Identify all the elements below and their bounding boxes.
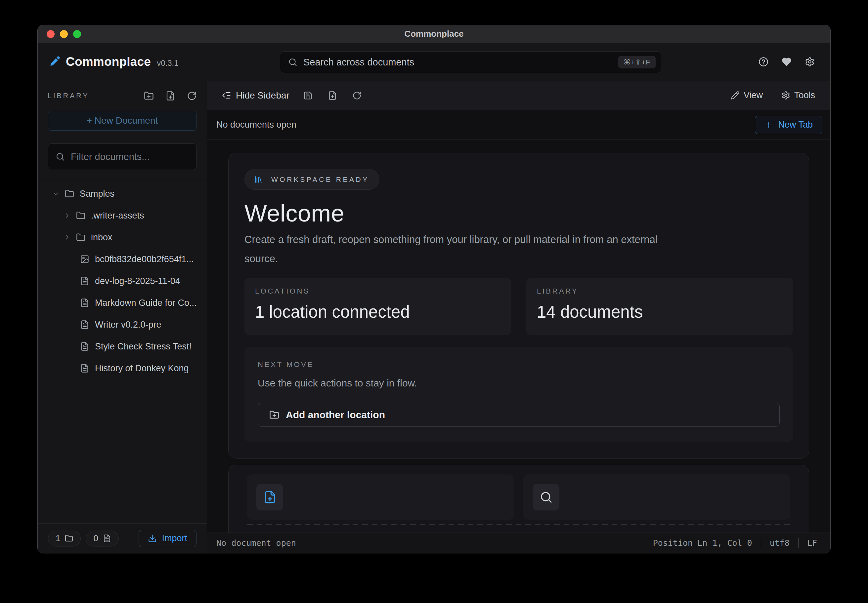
tools-menu-button[interactable]: Tools bbox=[781, 90, 815, 100]
chevron-down-icon[interactable] bbox=[52, 190, 60, 197]
file-text-icon bbox=[80, 320, 89, 329]
help-button[interactable] bbox=[757, 55, 770, 68]
folder-count-value: 1 bbox=[56, 533, 60, 543]
import-label: Import bbox=[162, 533, 187, 543]
plus-icon bbox=[764, 121, 773, 129]
file-icon bbox=[103, 534, 111, 543]
filter-documents-input[interactable]: Filter documents... bbox=[48, 144, 197, 170]
document-tree: Samples.writer-assetsinboxbc0fb832de00b2… bbox=[38, 180, 207, 523]
tree-item-label: Writer v0.2.0-pre bbox=[95, 320, 161, 330]
library-stat-value: 14 documents bbox=[537, 302, 782, 322]
file-plus-icon bbox=[263, 490, 277, 504]
tree-item-label: History of Donkey Kong bbox=[95, 363, 189, 374]
new-document-tile[interactable] bbox=[247, 475, 514, 520]
new-tab-button[interactable]: New Tab bbox=[755, 116, 822, 134]
favorites-button[interactable] bbox=[780, 55, 793, 68]
file-text-icon bbox=[80, 298, 89, 308]
toolbar-icons bbox=[303, 91, 361, 100]
chevron-right-icon[interactable] bbox=[64, 212, 71, 219]
library-section-label: LIBRARY bbox=[48, 91, 89, 100]
search-shortcut-badge: ⌘+⇧+F bbox=[618, 56, 656, 68]
tree-item-inbox[interactable]: inbox bbox=[38, 226, 207, 248]
tree-item-writer-assets[interactable]: .writer-assets bbox=[38, 205, 207, 226]
import-button[interactable]: Import bbox=[139, 530, 197, 547]
search-tile[interactable] bbox=[523, 475, 790, 520]
content-area: WORKSPACE READY Welcome Create a fresh d… bbox=[207, 140, 830, 533]
app-version: v0.3.1 bbox=[157, 59, 178, 68]
global-search-input[interactable]: Search across documents ⌘+⇧+F bbox=[280, 51, 661, 73]
document-count-badge: 0 bbox=[86, 530, 118, 546]
workspace-ready-badge: WORKSPACE READY bbox=[245, 169, 380, 190]
locations-stat-label: LOCATIONS bbox=[255, 287, 501, 295]
window-title: Commonplace bbox=[38, 29, 830, 39]
app-window: Commonplace Commonplace v0.3.1 Search ac… bbox=[37, 25, 831, 554]
new-folder-button[interactable] bbox=[144, 91, 154, 101]
refresh-button[interactable] bbox=[352, 91, 361, 100]
main-area: Hide Sidebar View To bbox=[207, 81, 830, 553]
tools-gear-icon bbox=[781, 91, 790, 100]
search-icon bbox=[288, 57, 298, 67]
position-value: Ln 1, Col 0 bbox=[697, 538, 752, 548]
help-icon bbox=[758, 57, 769, 67]
app-body: LIBRARY + New Document Filter documents.… bbox=[38, 81, 830, 553]
statusbar-separator bbox=[761, 538, 761, 548]
welcome-description: Create a fresh draft, reopen something f… bbox=[245, 230, 658, 268]
new-file-toolbar-button[interactable] bbox=[328, 91, 337, 100]
locations-stat-card: LOCATIONS 1 location connected bbox=[245, 278, 511, 335]
tree-item-label: .writer-assets bbox=[91, 210, 144, 221]
library-stat-label: LIBRARY bbox=[537, 287, 782, 295]
file-text-icon bbox=[80, 277, 89, 286]
folder-icon bbox=[65, 189, 74, 198]
new-document-button[interactable]: + New Document bbox=[48, 111, 197, 131]
chevron-right-icon[interactable] bbox=[64, 234, 71, 241]
eol-value[interactable]: LF bbox=[807, 538, 817, 548]
tree-item-markdown-guide-for-co[interactable]: Markdown Guide for Co... bbox=[38, 292, 207, 314]
encoding-value[interactable]: utf8 bbox=[770, 538, 790, 548]
folder-plus-icon bbox=[269, 410, 279, 420]
file-text-icon bbox=[80, 342, 89, 351]
main-toolbar: Hide Sidebar View To bbox=[207, 81, 830, 110]
library-icon bbox=[254, 175, 263, 184]
tree-item-bc0fb832de00b2f654f1[interactable]: bc0fb832de00b2f654f1... bbox=[38, 248, 207, 270]
view-menu-button[interactable]: View bbox=[731, 90, 763, 100]
folder-icon bbox=[65, 534, 73, 543]
statusbar-separator bbox=[798, 538, 798, 548]
image-icon bbox=[80, 255, 89, 264]
statusbar-document-state: No document open bbox=[216, 538, 296, 548]
search-tile-icon bbox=[539, 490, 553, 504]
add-location-button[interactable]: Add another location bbox=[258, 403, 780, 427]
tree-item-history-of-donkey-kong[interactable]: History of Donkey Kong bbox=[38, 357, 207, 379]
tree-item-samples[interactable]: Samples bbox=[38, 183, 207, 205]
new-file-button[interactable] bbox=[166, 91, 175, 101]
quick-actions-card bbox=[228, 465, 809, 533]
workspace-ready-label: WORKSPACE READY bbox=[271, 176, 369, 184]
tree-item-style-check-stress-test[interactable]: Style Check Stress Test! bbox=[38, 336, 207, 357]
pencil-logo-icon bbox=[49, 56, 60, 67]
tree-item-dev-log-8-2025-11-04[interactable]: dev-log-8-2025-11-04 bbox=[38, 270, 207, 292]
locations-stat-value: 1 location connected bbox=[255, 302, 501, 322]
hide-sidebar-label: Hide Sidebar bbox=[236, 90, 290, 101]
tree-item-label: Style Check Stress Test! bbox=[95, 342, 192, 352]
refresh-library-button[interactable] bbox=[187, 91, 197, 101]
quick-action-tiles bbox=[247, 475, 790, 520]
add-location-label: Add another location bbox=[286, 409, 385, 421]
next-move-card: NEXT MOVE Use the quick actions to stay … bbox=[245, 347, 793, 442]
next-move-description: Use the quick actions to stay in flow. bbox=[258, 377, 780, 389]
folder-count-badge: 1 bbox=[48, 530, 81, 546]
header-actions bbox=[757, 55, 830, 68]
search-tile-chip bbox=[533, 484, 560, 510]
settings-button[interactable] bbox=[803, 55, 817, 68]
tree-item-label: inbox bbox=[91, 232, 113, 243]
hide-sidebar-icon bbox=[222, 91, 231, 100]
view-label: View bbox=[744, 90, 763, 100]
gear-icon bbox=[805, 57, 815, 67]
hide-sidebar-button[interactable]: Hide Sidebar bbox=[222, 90, 290, 101]
sidebar: LIBRARY + New Document Filter documents.… bbox=[38, 81, 207, 553]
folder-icon bbox=[76, 233, 85, 242]
sidebar-toolbar: LIBRARY bbox=[38, 81, 207, 111]
save-button[interactable] bbox=[303, 91, 313, 100]
tree-item-writer-v0-2-0-pre[interactable]: Writer v0.2.0-pre bbox=[38, 314, 207, 336]
tools-label: Tools bbox=[794, 90, 815, 100]
dashed-divider bbox=[247, 524, 790, 525]
folder-icon bbox=[76, 211, 85, 220]
